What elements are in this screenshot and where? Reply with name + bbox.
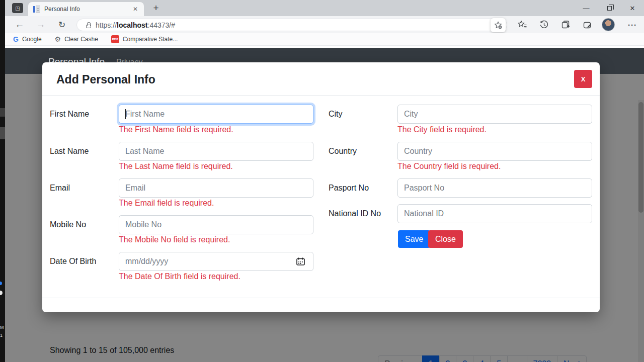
web-capture-icon <box>583 20 592 30</box>
web-capture-button[interactable] <box>581 18 594 31</box>
first-name-input[interactable] <box>119 105 313 124</box>
label-email: Email <box>50 184 70 193</box>
address-bar[interactable]: https://localhost:44373/# <box>76 19 507 31</box>
modal-title: Add Personal Info <box>56 73 155 86</box>
last-name-input[interactable] <box>119 142 313 161</box>
mobile-no-input[interactable] <box>119 215 313 234</box>
add-favorite-button[interactable] <box>491 18 506 32</box>
error-city: The City field is required. <box>397 125 487 134</box>
restore-button[interactable] <box>598 0 621 16</box>
background-artifact <box>0 108 5 117</box>
national-id-input[interactable] <box>397 204 592 223</box>
lock-icon <box>86 22 91 28</box>
tab-actions-button[interactable]: ◳ <box>12 3 23 13</box>
pasport-no-input[interactable] <box>397 178 592 198</box>
bookmark-clear-cache[interactable]: ⚙ Clear Cashe <box>55 35 98 43</box>
browser-tab[interactable]: Personal Info ✕ <box>28 2 144 16</box>
label-pasport-no: Pasport No <box>329 184 369 193</box>
star-add-icon <box>494 21 502 29</box>
label-date-of-birth: Date Of Birth <box>50 257 96 266</box>
google-icon: G <box>13 35 19 43</box>
error-last-name: The Last Name field is required. <box>119 162 233 171</box>
add-personal-info-modal: Add Personal Info X First Name The First… <box>42 62 600 312</box>
label-first-name: First Name <box>50 110 89 119</box>
background-window-strip: M 1 <box>0 0 5 362</box>
history-button[interactable] <box>537 18 550 31</box>
bookmark-google[interactable]: G Google <box>13 35 42 43</box>
back-button[interactable]: ← <box>13 18 26 31</box>
url-text: https://localhost:44373/# <box>96 21 175 29</box>
label-mobile-no: Mobile No <box>50 220 86 229</box>
browser-titlebar: ◳ Personal Info ✕ + — ✕ <box>0 0 644 16</box>
profile-avatar[interactable] <box>602 18 615 31</box>
error-date-of-birth: The Date Of Birth field is required. <box>119 272 240 281</box>
label-country: Country <box>329 147 357 156</box>
label-last-name: Last Name <box>50 147 89 156</box>
web-page-viewport: Personal Info Privacy Showing 1 to 15 of… <box>5 48 644 362</box>
forward-button[interactable]: → <box>34 18 47 31</box>
error-email: The Email field is required. <box>119 199 214 208</box>
label-national-id: National ID No <box>329 209 381 218</box>
close-button[interactable]: Close <box>428 230 463 248</box>
history-clock-icon <box>539 20 549 30</box>
text-caret <box>125 109 126 119</box>
window-close-button[interactable]: ✕ <box>621 0 644 16</box>
settings-menu-button[interactable]: ··· <box>625 18 640 31</box>
modal-close-button[interactable]: X <box>574 70 592 88</box>
modal-footer-divider <box>42 298 600 298</box>
browser-toolbar: ← → ↻ https://localhost:44373/# <box>0 16 644 33</box>
bookmarks-bar: G Google ⚙ Clear Cashe PDF Comparative S… <box>0 33 644 46</box>
favorites-button[interactable] <box>516 18 529 31</box>
email-input[interactable] <box>119 178 313 198</box>
collections-button[interactable] <box>559 18 572 31</box>
date-of-birth-input[interactable] <box>119 252 313 271</box>
pdf-icon: PDF <box>111 35 119 43</box>
restore-icon <box>607 6 612 11</box>
country-input[interactable] <box>397 142 592 161</box>
window-controls: — ✕ <box>575 0 644 16</box>
tab-favicon-icon <box>33 6 40 13</box>
tab-close-icon[interactable]: ✕ <box>132 6 139 13</box>
minimize-button[interactable]: — <box>575 0 598 16</box>
tab-title: Personal Info <box>44 6 132 13</box>
label-city: City <box>329 110 343 119</box>
background-artifact <box>0 291 3 295</box>
city-input[interactable] <box>397 105 592 124</box>
error-country: The Country field is required. <box>397 162 501 171</box>
bookmark-comparative[interactable]: PDF Comparative State... <box>111 35 178 43</box>
gear-icon: ⚙ <box>55 35 61 43</box>
save-button[interactable]: Save <box>398 230 430 248</box>
refresh-button[interactable]: ↻ <box>55 18 68 31</box>
collections-icon <box>561 20 571 30</box>
favorites-star-icon <box>518 20 527 30</box>
error-first-name: The First Name field is required. <box>119 125 233 134</box>
modal-header-divider <box>42 96 600 96</box>
background-artifact <box>0 127 5 139</box>
new-tab-button[interactable]: + <box>150 2 162 14</box>
background-notification-dot <box>0 282 2 285</box>
background-text-fragment: M <box>0 325 4 330</box>
background-text-fragment: 1 <box>0 333 3 338</box>
error-mobile-no: The Mobile No field is required. <box>119 235 230 244</box>
